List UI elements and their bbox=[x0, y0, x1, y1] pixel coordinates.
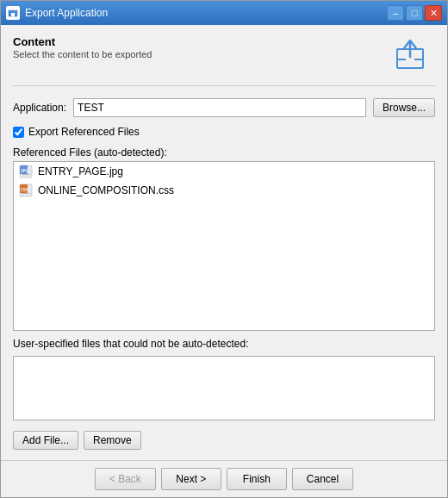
section-title-group: Content Select the content to be exporte… bbox=[13, 35, 152, 59]
divider bbox=[13, 85, 435, 86]
svg-rect-9 bbox=[22, 174, 30, 175]
next-button[interactable]: Next > bbox=[161, 468, 221, 490]
finish-button[interactable]: Finish bbox=[227, 468, 287, 490]
maximize-button[interactable]: □ bbox=[406, 5, 423, 21]
export-icon bbox=[394, 35, 435, 73]
svg-rect-1 bbox=[11, 13, 15, 16]
export-application-window: Export Application – □ ✕ Content Select … bbox=[0, 0, 448, 498]
remove-button[interactable]: Remove bbox=[84, 431, 141, 450]
minimize-button[interactable]: – bbox=[387, 5, 404, 21]
content-area: Content Select the content to be exporte… bbox=[1, 25, 447, 460]
section-header: Content Select the content to be exporte… bbox=[13, 35, 435, 73]
application-label: Application: bbox=[13, 102, 66, 114]
export-referenced-checkbox[interactable] bbox=[13, 127, 24, 138]
title-bar-left: Export Application bbox=[6, 6, 108, 20]
list-item: CSS ONLINE_COMPOSITION.css bbox=[14, 181, 434, 200]
window-title: Export Application bbox=[25, 7, 108, 19]
section-title: Content bbox=[13, 35, 152, 48]
browse-button[interactable]: Browse... bbox=[373, 98, 435, 117]
css-icon: CSS bbox=[19, 184, 33, 197]
list-item: JPG ENTRY_PAGE.jpg bbox=[14, 162, 434, 181]
referenced-files-list: JPG ENTRY_PAGE.jpg CSS ONLINE_COMPOSITIO… bbox=[13, 161, 435, 331]
svg-text:JPG: JPG bbox=[21, 169, 29, 173]
user-files-section: User-specified files that could not be a… bbox=[13, 338, 435, 420]
svg-rect-13 bbox=[22, 193, 30, 194]
section-subtitle: Select the content to be exported bbox=[13, 49, 152, 59]
title-bar: Export Application – □ ✕ bbox=[1, 1, 447, 25]
window-icon bbox=[6, 6, 20, 20]
jpg-icon: JPG bbox=[19, 165, 33, 178]
title-bar-buttons: – □ ✕ bbox=[387, 5, 442, 21]
file-name: ONLINE_COMPOSITION.css bbox=[38, 184, 174, 196]
user-files-label: User-specified files that could not be a… bbox=[13, 338, 435, 350]
application-row: Application: Browse... bbox=[13, 98, 435, 117]
add-file-button[interactable]: Add File... bbox=[13, 431, 78, 450]
application-input[interactable] bbox=[73, 98, 366, 117]
file-action-buttons: Add File... Remove bbox=[13, 431, 435, 450]
svg-text:CSS: CSS bbox=[21, 188, 28, 192]
cancel-button[interactable]: Cancel bbox=[292, 468, 353, 490]
export-checkbox-label: Export Referenced Files bbox=[28, 126, 140, 138]
file-name: ENTRY_PAGE.jpg bbox=[38, 165, 123, 177]
referenced-files-label: Referenced Files (auto-detected): bbox=[13, 146, 435, 159]
close-button[interactable]: ✕ bbox=[425, 5, 442, 21]
referenced-files-section: Referenced Files (auto-detected): JPG EN… bbox=[13, 146, 435, 331]
back-button[interactable]: < Back bbox=[95, 468, 156, 490]
footer: < Back Next > Finish Cancel bbox=[1, 460, 447, 497]
user-files-list bbox=[13, 356, 435, 420]
export-checkbox-row: Export Referenced Files bbox=[13, 126, 435, 138]
